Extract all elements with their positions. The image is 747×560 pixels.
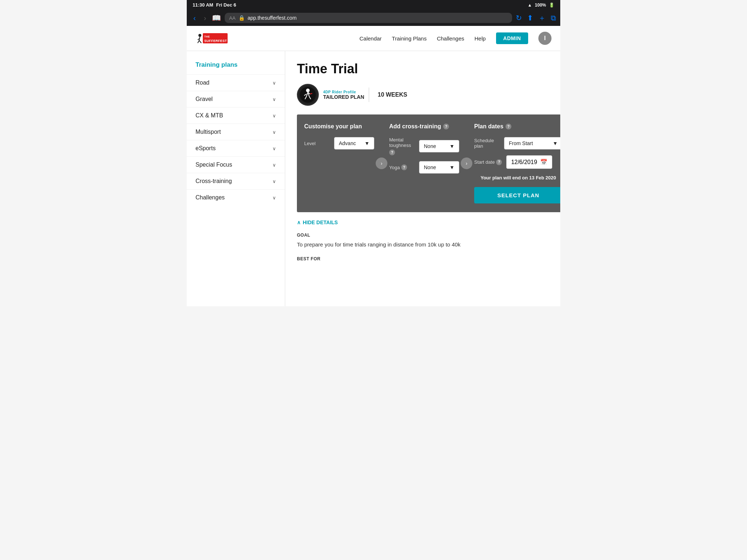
start-date-label: Start date ? [474,159,502,165]
hide-details-toggle[interactable]: ∧ HIDE DETAILS [297,219,560,225]
tabs-icon[interactable]: ⧉ [551,14,556,22]
cross-training-help-icon[interactable]: ? [443,124,449,129]
customise-panel-title: Customise your plan [304,123,374,130]
calendar-icon: 📅 [540,159,547,166]
address-bar[interactable]: AA 🔒 app.thesufferfest.com [225,13,512,23]
goal-label: GOAL [297,233,560,238]
sidebar-label-road: Road [196,79,209,86]
schedule-row: Schedule plan From Start ▼ [474,137,560,149]
schedule-chevron-icon: ▼ [553,140,558,146]
chevron-down-icon: ∨ [272,195,276,201]
nav-help[interactable]: Help [475,35,486,42]
svg-text:THE: THE [204,35,210,38]
start-date-input[interactable]: 12/6/2019 📅 [506,155,552,169]
sidebar-label-cross-training: Cross-training [196,178,232,184]
yoga-help-icon[interactable]: ? [401,164,407,170]
chevron-down-icon: ∨ [272,80,276,86]
logo: THE SUFFERFEST [196,30,230,46]
badge-divider [369,88,369,102]
bookmarks-icon[interactable]: 📖 [212,13,221,22]
browser-actions: ↻ ⬆ ＋ ⧉ [516,13,556,23]
mental-toughness-value: None [424,143,436,149]
share-icon[interactable]: ⬆ [527,13,533,22]
chevron-down-icon: ∨ [272,129,276,135]
plan-dates-panel: Plan dates ? Schedule plan From Start ▼ … [467,114,560,212]
avatar[interactable]: I [538,32,551,45]
mental-help-icon[interactable]: ? [389,149,395,155]
nav-challenges[interactable]: Challenges [437,35,464,42]
date: Fri Dec 6 [216,2,236,8]
sidebar-item-cross-training[interactable]: Cross-training ∨ [187,173,285,189]
cross-training-panel: Add cross-training ? Mental toughness ? … [382,114,467,212]
battery-icon: 🔋 [549,3,554,8]
sidebar-item-gravel[interactable]: Gravel ∨ [187,91,285,107]
customise-panel: Customise your plan Level Advanc ▼ › [297,114,382,212]
logo-svg: THE SUFFERFEST [196,30,228,46]
sidebar: Training plans Road ∨ Gravel ∨ CX & MTB … [187,51,285,306]
main-content: Time Trial 4DP Rider Profile TAILORED PL… [285,51,560,306]
forward-button[interactable]: › [202,13,209,23]
mental-chevron-icon: ▼ [449,143,454,149]
reload-icon[interactable]: ↻ [516,13,522,22]
start-date-help-icon[interactable]: ? [496,159,502,165]
sidebar-item-multisport[interactable]: Multisport ∨ [187,124,285,140]
chevron-down-icon: ∨ [272,179,276,184]
plan-badge: 4DP Rider Profile TAILORED PLAN 10 WEEKS [297,84,560,106]
admin-button[interactable]: ADMIN [496,32,528,44]
app-header: THE SUFFERFEST Calendar Training Plans C… [187,26,560,51]
sidebar-label-multisport: Multisport [196,129,221,135]
nav-training-plans[interactable]: Training Plans [392,35,426,42]
sidebar-item-special-focus[interactable]: Special Focus ∨ [187,156,285,173]
status-bar: 11:30 AM Fri Dec 6 ▲ 100% 🔋 [187,0,560,10]
yoga-row: Yoga ? None ▼ [389,161,459,174]
sidebar-label-esports: eSports [196,145,216,152]
browser-chrome: ‹ › 📖 AA 🔒 app.thesufferfest.com ↻ ⬆ ＋ ⧉ [187,10,560,26]
panels-container: Customise your plan Level Advanc ▼ › Add… [297,114,560,212]
chevron-up-icon: ∧ [297,219,301,225]
plan-dates-title: Plan dates ? [474,123,560,130]
chevron-down-icon: ∨ [272,97,276,102]
sidebar-title: Training plans [187,58,285,74]
add-tab-icon[interactable]: ＋ [538,13,546,23]
next-panel-arrow[interactable]: › [376,158,387,169]
time: 11:30 AM [193,2,213,8]
mental-toughness-row: Mental toughness ? None ▼ [389,137,459,155]
svg-point-11 [306,89,310,92]
sidebar-item-cx-mtb[interactable]: CX & MTB ∨ [187,107,285,124]
sidebar-item-esports[interactable]: eSports ∨ [187,140,285,156]
schedule-select[interactable]: From Start ▼ [504,137,560,149]
mental-toughness-select[interactable]: None ▼ [419,140,459,152]
plan-title: Time Trial [297,61,560,77]
sidebar-item-challenges[interactable]: Challenges ∨ [187,189,285,206]
sidebar-label-special-focus: Special Focus [196,162,232,168]
select-plan-button[interactable]: SELECT PLAN [474,187,560,203]
yoga-select[interactable]: None ▼ [419,161,459,174]
chevron-down-icon: ∨ [272,162,276,168]
plan-dates-help-icon[interactable]: ? [506,124,511,129]
svg-point-4 [198,34,201,37]
badge-text: 4DP Rider Profile TAILORED PLAN [323,90,364,100]
plan-end-text: Your plan will end on 13 Feb 2020 [474,175,560,181]
yoga-label: Yoga ? [389,164,415,170]
schedule-value: From Start [509,140,533,146]
level-select[interactable]: Advanc ▼ [334,137,374,149]
battery-percent: 100% [535,3,546,8]
badge-main-label: TAILORED PLAN [323,94,364,100]
url-text: app.thesufferfest.com [248,15,297,21]
badge-top-label: 4DP Rider Profile [323,90,364,94]
sidebar-item-road[interactable]: Road ∨ [187,74,285,91]
svg-text:SUFFERFEST: SUFFERFEST [204,39,227,43]
main-layout: Training plans Road ∨ Gravel ∨ CX & MTB … [187,51,560,306]
sidebar-label-challenges: Challenges [196,194,225,201]
mental-toughness-label: Mental toughness ? [389,137,415,155]
sidebar-label-gravel: Gravel [196,96,213,102]
weeks-text: 10 WEEKS [374,92,407,98]
next-panel-arrow-2[interactable]: › [461,158,472,169]
text-size-icon: AA [229,15,235,21]
wifi-icon: ▲ [527,3,532,8]
yoga-value: None [424,164,436,170]
best-for-label: BEST FOR [297,256,560,261]
lock-icon: 🔒 [239,15,245,21]
back-button[interactable]: ‹ [191,13,198,23]
nav-calendar[interactable]: Calendar [359,35,382,42]
